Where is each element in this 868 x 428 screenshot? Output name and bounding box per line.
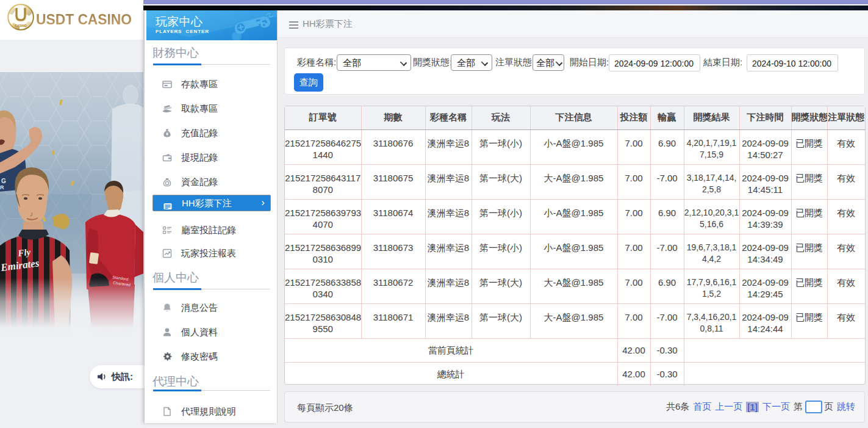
svg-text:¥: ¥ bbox=[166, 132, 168, 136]
svg-text:CASINO: CASINO bbox=[15, 24, 27, 27]
